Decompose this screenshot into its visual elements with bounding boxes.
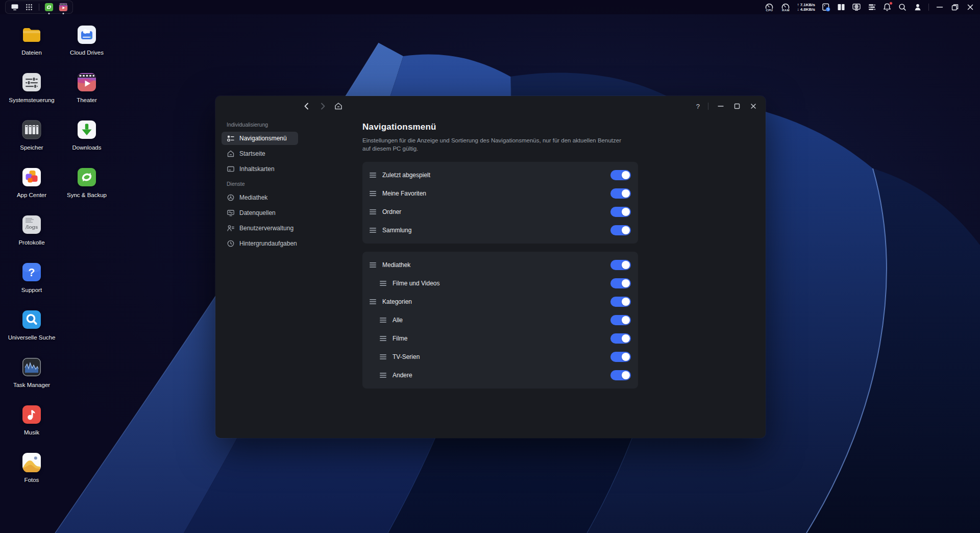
desktop-icon-label: Support bbox=[21, 287, 42, 293]
toggle-switch[interactable] bbox=[610, 188, 631, 199]
toggle-switch[interactable] bbox=[610, 260, 631, 270]
desktop-icon-dateien[interactable]: Dateien bbox=[1, 25, 62, 72]
desktop-icon-sync-backup[interactable]: Sync & Backup bbox=[56, 167, 117, 214]
network-speed[interactable]: ↑ 7.1KB/s ↓ 4.8KB/s bbox=[797, 3, 815, 12]
drag-handle-icon[interactable] bbox=[370, 191, 376, 196]
desktop-icon-fotos[interactable]: Fotos bbox=[1, 452, 62, 499]
sidebar-item-datenquellen[interactable]: Datenquellen bbox=[222, 206, 298, 220]
toggle-knob bbox=[622, 171, 630, 179]
desktop-icon-app-center[interactable]: App Center bbox=[1, 167, 62, 214]
nas-sync-icon[interactable] bbox=[821, 3, 830, 12]
sidebar-item-mediathek[interactable]: Mediathek bbox=[222, 191, 298, 204]
settings-row-label: Ordner bbox=[382, 208, 401, 215]
ram-gauge-label: RAM bbox=[782, 9, 790, 12]
toggle-switch[interactable] bbox=[610, 225, 631, 235]
drag-handle-icon[interactable] bbox=[380, 354, 386, 359]
desktop-icon-label: Downloads bbox=[72, 144, 102, 151]
toggle-switch[interactable] bbox=[610, 333, 631, 344]
ram-gauge[interactable]: RAM bbox=[780, 3, 791, 12]
sidebar-item-hintergrundaufgaben[interactable]: Hintergrundaufgaben bbox=[222, 237, 302, 250]
settings-row-label: Andere bbox=[393, 372, 412, 379]
drag-handle-icon[interactable] bbox=[370, 173, 376, 178]
desktop-icon-label: Protokolle bbox=[18, 239, 44, 246]
desktop-icon-universelle-suche[interactable]: Universelle Suche bbox=[1, 309, 62, 357]
forward-icon[interactable] bbox=[318, 102, 327, 111]
toggle-knob bbox=[622, 279, 630, 287]
settings-row-mediathek: Mediathek bbox=[370, 256, 631, 274]
desktop-icon-label: Task Manager bbox=[13, 382, 50, 388]
window-minimize-icon[interactable] bbox=[717, 102, 725, 110]
cpu-gauge[interactable]: CPU bbox=[764, 3, 774, 12]
minimize-icon[interactable] bbox=[935, 3, 944, 12]
storage-icon bbox=[21, 119, 42, 142]
notification-badge bbox=[889, 2, 893, 5]
desktop-icon-support[interactable]: ? Support bbox=[1, 262, 62, 309]
sync-backup-app-icon[interactable] bbox=[44, 3, 54, 12]
support-icon: ? bbox=[21, 262, 42, 284]
drag-handle-icon[interactable] bbox=[380, 373, 386, 378]
app-launcher-icon[interactable] bbox=[24, 3, 34, 12]
close-icon[interactable] bbox=[966, 3, 975, 12]
desktop-icon-protokolle[interactable]: /logs Protokolle bbox=[1, 214, 62, 262]
sidebar-item-label: Datenquellen bbox=[239, 209, 276, 216]
sidebar-item-label: Benutzerverwaltung bbox=[239, 225, 293, 232]
desktop-icon-systemsteuerung[interactable]: Systemsteuerung bbox=[1, 72, 62, 119]
toggle-switch[interactable] bbox=[610, 352, 631, 362]
settings-row-tv-serien: TV-Serien bbox=[370, 348, 631, 366]
sidebar-group-label: Individualisierung bbox=[227, 122, 362, 128]
search-icon[interactable] bbox=[898, 3, 907, 12]
drag-handle-icon[interactable] bbox=[380, 336, 386, 341]
screen-cast-icon[interactable] bbox=[852, 3, 861, 12]
desktop-icon-task-manager[interactable]: Task Manager bbox=[1, 357, 62, 404]
drag-handle-icon[interactable] bbox=[370, 262, 376, 268]
desktop-icon-cloud-drives[interactable]: Cloud Drives bbox=[56, 25, 117, 72]
media-icon bbox=[227, 193, 235, 202]
desktop-icon-label: Speicher bbox=[20, 144, 43, 151]
drag-handle-icon[interactable] bbox=[380, 318, 386, 323]
theater-app-icon[interactable] bbox=[59, 3, 68, 12]
task-list-icon[interactable] bbox=[867, 3, 876, 12]
restore-icon[interactable] bbox=[950, 3, 960, 12]
toggle-knob bbox=[622, 334, 630, 343]
help-button[interactable]: ? bbox=[696, 103, 700, 110]
desktop-icon-downloads[interactable]: Downloads bbox=[56, 119, 117, 167]
sidebar-item-benutzerverwaltung[interactable]: Benutzerverwaltung bbox=[222, 222, 299, 235]
toggle-switch[interactable] bbox=[610, 315, 631, 325]
toggle-switch[interactable] bbox=[610, 207, 631, 217]
sidebar-item-label: Navigationsmenü bbox=[239, 135, 287, 142]
desktop-icon-label: Musik bbox=[24, 429, 39, 435]
settings-groups: Zuletzt abgespielt Meine Favoriten Ordne… bbox=[362, 162, 766, 389]
toggle-switch[interactable] bbox=[610, 170, 631, 180]
toggle-knob bbox=[622, 226, 630, 234]
desktop-icon-theater[interactable]: Theater bbox=[56, 72, 117, 119]
sidebar-item-navigationsmenü[interactable]: Navigationsmenü bbox=[222, 132, 298, 145]
home-icon[interactable] bbox=[334, 102, 343, 111]
sidebar-item-inhaltskarten[interactable]: Inhaltskarten bbox=[222, 162, 298, 176]
drag-handle-icon[interactable] bbox=[380, 281, 386, 286]
back-icon[interactable] bbox=[302, 102, 311, 111]
desktop-column-2: Cloud Drives Theater Downloads Sync & Ba… bbox=[56, 25, 117, 214]
drag-handle-icon[interactable] bbox=[370, 228, 376, 233]
settings-row-sammlung: Sammlung bbox=[370, 221, 631, 239]
desktop-icon-musik[interactable]: Musik bbox=[1, 404, 62, 452]
toggle-switch[interactable] bbox=[610, 278, 631, 288]
settings-row-ordner: Ordner bbox=[370, 203, 631, 221]
drag-handle-icon[interactable] bbox=[370, 299, 376, 304]
desktop-icon-label: Theater bbox=[77, 97, 97, 103]
drag-handle-icon[interactable] bbox=[370, 209, 376, 214]
window-close-icon[interactable] bbox=[749, 102, 757, 110]
desktop-icon-speicher[interactable]: Speicher bbox=[1, 119, 62, 167]
toggle-switch[interactable] bbox=[610, 370, 631, 380]
window-maximize-icon[interactable] bbox=[733, 102, 741, 110]
widgets-icon[interactable] bbox=[837, 3, 846, 12]
user-icon[interactable] bbox=[913, 3, 922, 12]
notifications-icon[interactable] bbox=[883, 3, 892, 12]
toggle-switch[interactable] bbox=[610, 297, 631, 307]
settings-row-label: Filme bbox=[393, 335, 407, 342]
show-desktop-icon[interactable] bbox=[10, 3, 19, 12]
window-body: Individualisierung Navigationsmenü Start… bbox=[215, 116, 766, 438]
settings-card: Zuletzt abgespielt Meine Favoriten Ordne… bbox=[362, 162, 638, 244]
folder-icon bbox=[21, 25, 42, 47]
sidebar-item-startseite[interactable]: Startseite bbox=[222, 147, 298, 160]
desktop-icon-label: Fotos bbox=[24, 477, 39, 483]
